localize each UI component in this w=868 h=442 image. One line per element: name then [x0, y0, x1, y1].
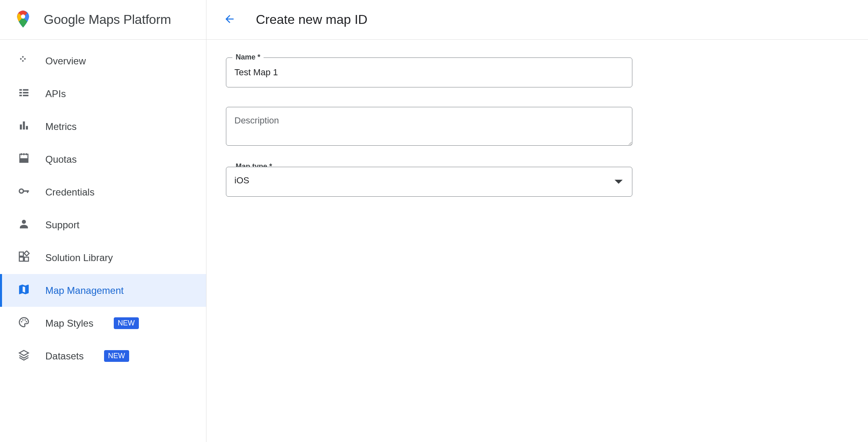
- svg-rect-12: [21, 153, 22, 155]
- key-icon: [18, 185, 30, 200]
- svg-point-23: [21, 321, 22, 322]
- sidebar-nav: Overview APIs Metrics Quotas: [0, 40, 206, 377]
- svg-rect-22: [24, 251, 29, 255]
- sidebar-item-overview[interactable]: Overview: [0, 45, 206, 77]
- layers-icon: [18, 349, 30, 363]
- svg-rect-19: [19, 252, 23, 256]
- svg-rect-13: [23, 153, 25, 155]
- svg-rect-20: [19, 257, 23, 261]
- sidebar-item-label: Datasets: [45, 351, 84, 362]
- sidebar-item-support[interactable]: Support: [0, 208, 206, 241]
- list-icon: [18, 87, 30, 101]
- svg-rect-3: [19, 92, 22, 94]
- map-type-select[interactable]: iOS: [226, 167, 632, 197]
- new-badge: NEW: [114, 317, 139, 329]
- main-header: Create new map ID: [206, 0, 868, 40]
- map-type-field-container: Map type * iOS: [226, 167, 632, 197]
- name-input[interactable]: [226, 57, 632, 87]
- sidebar: Google Maps Platform Overview APIs Metri…: [0, 0, 206, 442]
- sidebar-item-label: Overview: [45, 55, 86, 67]
- sidebar-header: Google Maps Platform: [0, 0, 206, 40]
- sidebar-item-label: APIs: [45, 88, 66, 100]
- svg-rect-6: [23, 95, 29, 96]
- svg-rect-4: [23, 92, 29, 94]
- sidebar-item-label: Quotas: [45, 154, 77, 165]
- bar-chart-icon: [18, 119, 30, 134]
- sidebar-item-label: Credentials: [45, 187, 94, 198]
- svg-rect-11: [20, 158, 28, 162]
- sidebar-item-label: Map Styles: [45, 318, 94, 329]
- svg-point-25: [25, 319, 26, 320]
- svg-point-18: [22, 220, 26, 224]
- description-input[interactable]: [226, 107, 632, 146]
- svg-rect-5: [19, 95, 22, 96]
- form-area: Name * Map type * iOS: [206, 40, 652, 234]
- svg-rect-9: [26, 126, 28, 130]
- sidebar-item-quotas[interactable]: Quotas: [0, 143, 206, 176]
- google-maps-logo-icon: [13, 9, 33, 31]
- arrow-left-icon: [223, 13, 236, 26]
- sidebar-item-label: Support: [45, 219, 79, 231]
- name-label: Name *: [232, 53, 264, 62]
- map-type-select-wrapper: iOS: [226, 167, 632, 197]
- main-content: Create new map ID Name * Map type * iOS: [206, 0, 868, 442]
- sidebar-item-label: Metrics: [45, 121, 77, 132]
- sidebar-item-solution-library[interactable]: Solution Library: [0, 241, 206, 274]
- person-icon: [18, 218, 30, 232]
- svg-rect-8: [23, 121, 25, 130]
- back-button[interactable]: [219, 9, 240, 30]
- svg-rect-2: [23, 89, 29, 91]
- svg-rect-14: [26, 153, 27, 155]
- svg-point-26: [26, 321, 27, 322]
- product-name: Google Maps Platform: [44, 12, 171, 27]
- new-badge: NEW: [104, 350, 129, 362]
- sidebar-item-map-management[interactable]: Map Management: [0, 274, 206, 307]
- svg-point-0: [21, 14, 25, 18]
- svg-point-24: [22, 319, 23, 320]
- sidebar-item-apis[interactable]: APIs: [0, 77, 206, 110]
- svg-point-15: [19, 189, 23, 193]
- description-field-container: [226, 107, 632, 147]
- sidebar-item-datasets[interactable]: Datasets NEW: [0, 340, 206, 372]
- svg-rect-1: [19, 89, 22, 91]
- name-field-container: Name *: [226, 57, 632, 87]
- quotas-icon: [18, 152, 30, 167]
- sidebar-item-metrics[interactable]: Metrics: [0, 110, 206, 143]
- sidebar-item-credentials[interactable]: Credentials: [0, 176, 206, 208]
- svg-rect-17: [27, 190, 28, 193]
- overview-icon: [18, 54, 30, 68]
- page-title: Create new map ID: [256, 12, 368, 27]
- sidebar-item-label: Map Management: [45, 285, 123, 296]
- sidebar-item-label: Solution Library: [45, 252, 113, 264]
- svg-rect-7: [20, 124, 22, 130]
- sidebar-item-map-styles[interactable]: Map Styles NEW: [0, 307, 206, 340]
- map-icon: [18, 283, 30, 298]
- widgets-icon: [18, 251, 30, 265]
- palette-icon: [18, 316, 30, 331]
- svg-rect-21: [24, 257, 28, 261]
